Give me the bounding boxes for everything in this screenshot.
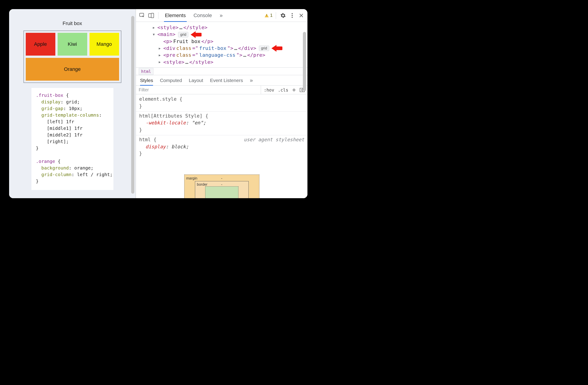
box-model-margin-label: margin xyxy=(186,176,197,181)
device-toggle-icon[interactable] xyxy=(147,12,155,19)
devtools-toolbar: Elements Console » 1 xyxy=(136,9,307,22)
page-title: Fruit box xyxy=(63,21,82,26)
settings-icon[interactable] xyxy=(279,12,287,19)
cls-toggle[interactable]: .cls xyxy=(278,87,288,92)
styles-body[interactable]: element.style { } html[Attributes Style]… xyxy=(136,94,307,198)
dom-node-p[interactable]: <p>Fruit box</p> xyxy=(143,38,306,45)
dom-node-div-fruitbox[interactable]: ▶ <div class="fruit-box">…</div> grid xyxy=(143,45,306,52)
subtab-styles[interactable]: Styles xyxy=(140,75,153,86)
inspect-element-icon[interactable] xyxy=(138,12,146,19)
new-style-rule-icon[interactable] xyxy=(292,88,296,92)
tab-overflow[interactable]: » xyxy=(216,9,226,22)
app-window: Fruit box Apple Kiwi Mango Orange .fruit… xyxy=(9,9,307,198)
grid-badge[interactable]: grid xyxy=(178,32,188,37)
warning-count: 1 xyxy=(270,13,273,18)
dom-node-style[interactable]: ▶ <style>…</style> xyxy=(143,24,306,31)
dom-node-pre[interactable]: ▶ <pre class="language-css">…</pre> xyxy=(143,52,306,59)
ua-stylesheet-label: user agent stylesheet xyxy=(244,136,304,143)
close-icon[interactable] xyxy=(297,12,305,19)
fruit-orange: Orange xyxy=(26,58,119,81)
kebab-menu-icon[interactable] xyxy=(288,12,296,19)
subtab-layout[interactable]: Layout xyxy=(189,75,203,86)
warnings-badge[interactable]: 1 xyxy=(265,13,273,18)
svg-rect-2 xyxy=(151,13,154,18)
styles-filter-row: :hov .cls xyxy=(136,86,307,94)
code-block: .fruit-box { display: grid; grid-gap: 10… xyxy=(31,88,113,190)
fruit-apple: Apple xyxy=(26,33,55,56)
right-scrollbar[interactable] xyxy=(303,32,306,91)
hov-toggle[interactable]: :hov xyxy=(264,87,274,92)
fruit-mango: Mango xyxy=(89,33,119,56)
styles-subtabs: Styles Computed Layout Event Listeners » xyxy=(136,75,307,86)
dom-tree[interactable]: ▶ <style>…</style> ▼ <main> grid <p>Frui… xyxy=(136,22,307,67)
box-model-diagram[interactable]: margin - border - xyxy=(184,174,259,198)
styles-filter-input[interactable] xyxy=(136,86,261,94)
left-scrollbar[interactable] xyxy=(131,16,134,194)
box-model-border-label: border xyxy=(197,182,208,187)
grid-badge[interactable]: grid xyxy=(259,45,269,51)
dom-node-style2[interactable]: ▶ <style>…</style> xyxy=(143,59,306,66)
subtab-overflow[interactable]: » xyxy=(250,75,253,86)
rendered-page-pane: Fruit box Apple Kiwi Mango Orange .fruit… xyxy=(9,9,135,198)
breadcrumb-html[interactable]: html xyxy=(139,68,153,75)
breadcrumb-bar: html xyxy=(136,67,307,75)
tab-elements[interactable]: Elements xyxy=(162,9,189,22)
rule-html-attributes[interactable]: html[Attributes Style] { -webkit-locale:… xyxy=(139,112,304,134)
svg-point-4 xyxy=(292,15,293,16)
annotation-arrow-icon xyxy=(191,31,202,38)
warning-icon xyxy=(265,14,269,17)
svg-rect-0 xyxy=(140,13,144,16)
svg-point-5 xyxy=(292,17,293,18)
devtools-pane: Elements Console » 1 ▶ <style>…</st xyxy=(136,9,307,198)
rule-element-style[interactable]: element.style { } xyxy=(139,96,304,110)
annotation-arrow-icon xyxy=(272,45,282,51)
subtab-computed[interactable]: Computed xyxy=(160,75,182,86)
tab-console[interactable]: Console xyxy=(190,9,215,22)
fruit-box: Apple Kiwi Mango Orange xyxy=(23,31,121,83)
fruit-kiwi: Kiwi xyxy=(58,33,87,56)
rule-html-ua[interactable]: user agent stylesheet html { display: bl… xyxy=(139,136,304,158)
subtab-event-listeners[interactable]: Event Listeners xyxy=(210,75,243,86)
dom-node-main[interactable]: ▼ <main> grid xyxy=(143,31,306,38)
svg-point-3 xyxy=(292,13,293,14)
